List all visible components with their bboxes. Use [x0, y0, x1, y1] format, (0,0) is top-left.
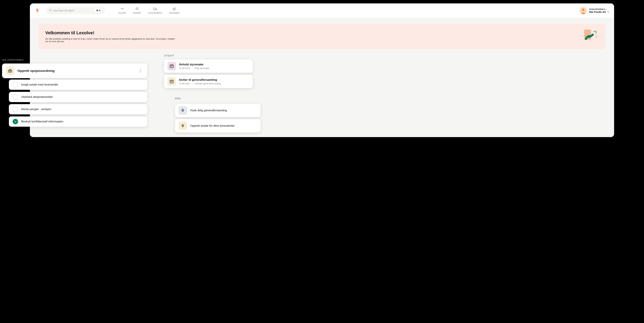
search-input[interactable]: Hva leter du etter? ⌘ K [47, 7, 105, 14]
welcome-subtitle: Din lille juridiske avdeling er klar for… [45, 37, 178, 43]
welcome-title: Velkommen til Lexolve! [45, 30, 178, 35]
nav-selskapet[interactable]: Selskapet [169, 7, 180, 14]
lightbulb-icon [178, 122, 187, 130]
task-item[interactable]: Utarbeid aksjonæravtale [9, 92, 147, 102]
task-label: Utarbeid aksjonæravtale [21, 95, 52, 99]
utsatt-info: Inviter til generalforsamling 14.08.2022… [179, 78, 221, 85]
kbd-shortcut: ⌘ K [94, 8, 102, 12]
rad-card[interactable]: Husk årlig generalforsamling [175, 104, 260, 117]
welcome-text: Velkommen til Lexolve! Din lille juridis… [45, 30, 178, 43]
checkbox-empty-icon[interactable] [13, 106, 18, 112]
search-placeholder: Hva leter du etter? [54, 9, 94, 12]
briefcase-icon [6, 67, 14, 75]
task-label: Inngå avtale med leverandør [21, 83, 58, 86]
svg-point-18 [10, 71, 10, 71]
people-icon [135, 7, 139, 10]
svg-point-3 [137, 7, 138, 8]
utsatt-meta: 02.08.2022 Årlig styremøte [179, 67, 209, 69]
app-logo[interactable] [35, 7, 40, 14]
utsatt-card[interactable]: Avhold styremøte 02.08.2022 Årlig styrem… [164, 59, 253, 73]
calendar-icon [168, 77, 176, 86]
svg-rect-4 [153, 8, 155, 9]
header: Hva leter du etter? ⌘ K Kunder Ansatte L… [30, 3, 614, 17]
task-primary-title: Opprett opsjonsordning [18, 69, 134, 73]
svg-point-14 [582, 8, 584, 11]
task-item[interactable]: Inngå avtale med leverandør [9, 79, 147, 90]
task-item[interactable]: Beskytt konfidensiell informasjon [9, 116, 147, 127]
user-info: Anne Kristine L. Bio Foods AS ▼ [589, 8, 609, 13]
utsatt-title: Inviter til generalforsamling [179, 78, 221, 82]
lightbulb-icon [178, 106, 187, 115]
utsatt-meta: 14.08.2022 Ordinær generalforsamling [179, 82, 221, 85]
nav-kunder[interactable]: Kunder [118, 7, 126, 14]
svg-rect-7 [173, 8, 174, 10]
svg-point-5 [154, 9, 154, 10]
rad-title: Opprett avtale for dine konsulenter [190, 124, 235, 128]
svg-point-6 [156, 9, 156, 10]
task-card-primary[interactable]: Opprett opsjonsordning ⋮ [2, 63, 147, 78]
utsatt-section-label: UTSATT [164, 54, 174, 57]
rad-section-label: RÅD [175, 97, 181, 100]
utsatt-card[interactable]: Inviter til generalforsamling 14.08.2022… [164, 75, 253, 88]
svg-line-1 [51, 11, 52, 11]
calendar-icon [168, 62, 176, 70]
svg-rect-19 [170, 65, 174, 68]
building-icon [172, 7, 176, 10]
user-name: Anne Kristine L. [589, 8, 609, 10]
welcome-illustration [578, 29, 599, 44]
nav-ansatte[interactable]: Ansatte [133, 7, 141, 14]
welcome-banner: Velkommen til Lexolve! Din lille juridis… [38, 23, 606, 49]
svg-point-0 [50, 9, 51, 11]
checkbox-empty-icon[interactable] [13, 94, 18, 100]
avatar [580, 7, 587, 14]
nav-items: Kunder Ansatte Leverandører Selskapet [118, 7, 180, 14]
task-item[interactable]: Hente penger - emisjon [9, 104, 147, 114]
rad-card[interactable]: Opprett avtale for dine konsulenter [175, 119, 260, 132]
utsatt-info: Avhold styremøte 02.08.2022 Årlig styrem… [179, 63, 209, 69]
nav-leverandorer[interactable]: Leverandører [148, 7, 162, 14]
svg-point-2 [136, 7, 137, 8]
checkbox-empty-icon[interactable] [13, 82, 18, 87]
utsatt-title: Avhold styremøte [179, 63, 209, 66]
more-icon[interactable]: ⋮ [137, 69, 144, 73]
user-company: Bio Foods AS ▼ [589, 10, 609, 13]
tasks-section-label: MÅ HÅNDTERES [2, 58, 24, 61]
search-icon [49, 9, 52, 12]
handshake-icon [120, 7, 124, 10]
task-label: Hente penger - emisjon [21, 108, 52, 111]
chevron-down-icon: ▼ [607, 11, 609, 13]
svg-rect-28 [170, 80, 174, 83]
user-menu[interactable]: Anne Kristine L. Bio Foods AS ▼ [580, 7, 609, 14]
truck-icon [153, 7, 157, 10]
rad-title: Husk årlig generalforsamling [190, 109, 227, 112]
task-label: Beskytt konfidensiell informasjon [21, 120, 64, 123]
checkbox-checked-icon[interactable] [13, 119, 18, 124]
